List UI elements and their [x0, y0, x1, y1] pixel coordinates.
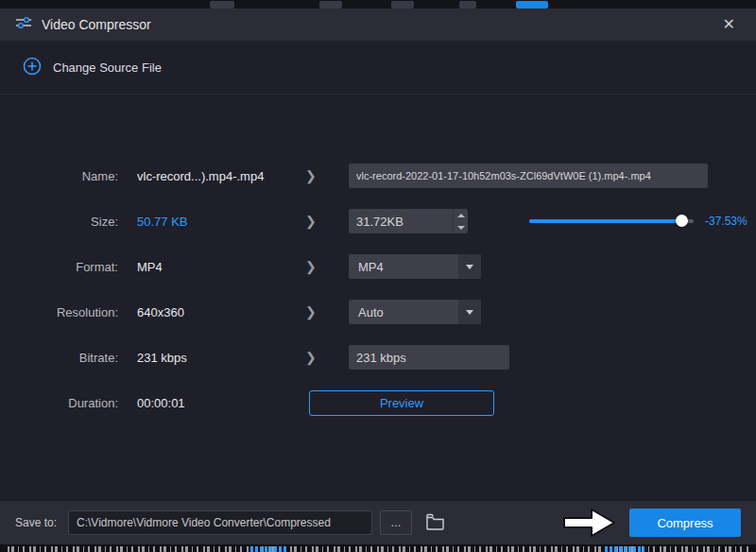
footer-bar: Save to: ... Compress	[0, 501, 756, 544]
chevron-right-icon: ❯	[305, 168, 318, 183]
chevron-right-icon: ❯	[305, 259, 318, 274]
format-selected-value: MP4	[349, 260, 458, 274]
row-size: Size: 50.77 KB ❯ -37.53%	[0, 208, 756, 234]
row-resolution: Resolution: 640x360 ❯ Auto	[0, 299, 756, 325]
chevron-right-icon: ❯	[305, 214, 318, 229]
dialog-title: Video Compressor	[42, 17, 151, 32]
video-compressor-dialog: Video Compressor ✕ Change Source File Na…	[0, 0, 756, 552]
save-path-input[interactable]	[68, 510, 372, 535]
dropdown-caret-zone	[458, 254, 481, 279]
background-tab-icon	[459, 1, 476, 9]
chevron-down-icon	[466, 310, 473, 315]
resolution-select[interactable]: Auto	[349, 300, 481, 324]
clipped-background-text	[0, 544, 756, 552]
open-folder-button[interactable]	[425, 513, 445, 533]
chevron-right-icon: ❯	[305, 350, 318, 365]
clipped-link-fragment	[250, 546, 286, 552]
size-label: Size:	[0, 215, 118, 229]
add-circle-icon	[23, 57, 42, 79]
close-icon[interactable]: ✕	[717, 13, 741, 36]
row-format: Format: MP4 ❯ MP4	[0, 253, 756, 280]
size-input[interactable]	[349, 209, 453, 233]
dialog-header: Video Compressor ✕	[0, 9, 756, 42]
background-tab-icon	[319, 1, 342, 9]
open-folder-icon	[425, 513, 445, 533]
bitrate-label: Bitrate:	[0, 351, 118, 365]
stepper-down-icon[interactable]	[454, 221, 468, 233]
chevron-down-icon	[466, 265, 473, 269]
size-current-value: 50.77 KB	[137, 215, 298, 229]
preview-button[interactable]: Preview	[309, 390, 494, 416]
background-app-strip	[0, 0, 756, 9]
resolution-current-value: 640x360	[137, 305, 298, 319]
name-label: Name:	[0, 169, 118, 183]
duration-current-value: 00:00:01	[137, 396, 298, 410]
size-reduction-percent: -37.53%	[705, 215, 747, 228]
slider-handle[interactable]	[676, 215, 688, 227]
browse-more-button[interactable]: ...	[380, 510, 412, 535]
resolution-selected-value: Auto	[349, 305, 458, 319]
name-input[interactable]	[349, 164, 708, 188]
resolution-label: Resolution:	[0, 305, 118, 319]
format-select[interactable]: MP4	[349, 254, 481, 279]
save-to-label: Save to:	[15, 516, 57, 529]
background-tab-icon	[210, 1, 234, 9]
slider-fill	[529, 219, 682, 223]
compressor-tune-icon	[15, 16, 32, 33]
change-source-file-label: Change Source File	[53, 60, 162, 75]
bitrate-input[interactable]	[349, 345, 509, 370]
change-source-file-button[interactable]: Change Source File	[0, 42, 756, 95]
compressor-form: Name: vlc-record...).mp4-.mp4 ❯ Size: 50…	[0, 95, 756, 416]
size-slider[interactable]	[529, 219, 694, 223]
chevron-right-icon: ❯	[305, 304, 318, 319]
row-bitrate: Bitrate: 231 kbps ❯	[0, 344, 756, 371]
dropdown-caret-zone	[458, 300, 481, 324]
row-duration: Duration: 00:00:01 Preview	[0, 389, 756, 416]
background-tab-icon	[391, 1, 414, 9]
duration-label: Duration:	[0, 396, 118, 410]
pointer-arrow-graphic	[561, 505, 618, 541]
size-stepper	[453, 209, 468, 233]
format-label: Format:	[0, 260, 118, 274]
compress-button[interactable]: Compress	[629, 509, 741, 537]
clipped-link-fragment	[605, 546, 644, 552]
stepper-up-icon[interactable]	[454, 209, 468, 221]
format-current-value: MP4	[137, 260, 298, 274]
background-active-tab-icon	[516, 1, 548, 9]
bitrate-current-value: 231 kbps	[137, 351, 298, 365]
name-current-value: vlc-record...).mp4-.mp4	[137, 169, 298, 183]
row-name: Name: vlc-record...).mp4-.mp4 ❯	[0, 163, 756, 189]
